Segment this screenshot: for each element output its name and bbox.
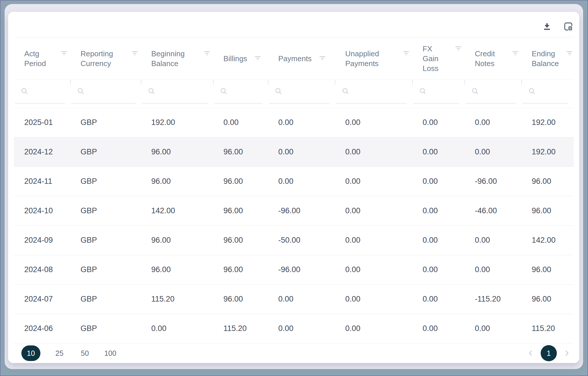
cell-beginning-balance: 96.00	[141, 137, 213, 167]
page-size-10-button[interactable]: 10	[21, 345, 40, 361]
table-row[interactable]: 2024-09 GBP 96.00 96.00 -50.00 0.00 0.00…	[14, 226, 574, 255]
column-header-label: Credit Notes	[475, 49, 505, 68]
cell-credit-notes: 0.00	[464, 226, 521, 255]
search-input-credit-notes[interactable]	[464, 80, 521, 104]
cell-beginning-balance: 96.00	[141, 226, 213, 255]
search-underline	[336, 103, 407, 104]
column-header-fx-gain-loss[interactable]: FX Gain Loss	[412, 38, 464, 80]
cell-reporting-currency: GBP	[70, 137, 141, 167]
filter-icon[interactable]	[319, 56, 326, 61]
cell-reporting-currency: GBP	[70, 108, 141, 137]
cell-unapplied-payments: 0.00	[335, 314, 412, 343]
search-input-unapplied-payments[interactable]	[335, 80, 412, 104]
search-underline	[269, 103, 330, 104]
page-size-50-button[interactable]: 50	[79, 345, 91, 361]
column-header-billings[interactable]: Billings	[213, 38, 268, 80]
cell-actg-period: 2024-09	[14, 226, 70, 255]
table-row[interactable]: 2024-07 GBP 115.20 96.00 0.00 0.00 0.00 …	[14, 285, 574, 314]
balances-table: Actg Period Reporting Currency Beginning…	[14, 37, 574, 343]
cell-beginning-balance: 96.00	[141, 167, 213, 196]
download-button[interactable]	[542, 22, 552, 32]
cell-unapplied-payments: 0.00	[335, 255, 412, 285]
cell-billings: 96.00	[213, 196, 268, 226]
column-header-label: Actg Period	[24, 49, 53, 68]
cell-reporting-currency: GBP	[70, 226, 141, 255]
page-navigator: 1	[526, 345, 571, 361]
filter-icon[interactable]	[455, 46, 462, 51]
cell-billings: 96.00	[213, 137, 268, 167]
current-page-button[interactable]: 1	[541, 345, 557, 361]
search-underline	[142, 103, 208, 104]
table-display-button[interactable]	[563, 22, 574, 32]
search-input-reporting-currency[interactable]	[70, 80, 141, 104]
filter-icon[interactable]	[61, 51, 67, 56]
table-row[interactable]: 2024-12 GBP 96.00 96.00 0.00 0.00 0.00 0…	[14, 137, 574, 167]
search-input-payments[interactable]	[268, 80, 335, 104]
cell-fx-gain-loss: 0.00	[412, 196, 464, 226]
cell-credit-notes: -115.20	[464, 285, 521, 314]
cell-unapplied-payments: 0.00	[335, 108, 412, 137]
table-row[interactable]: 2024-08 GBP 96.00 96.00 -96.00 0.00 0.00…	[14, 255, 574, 285]
search-input-ending-balance[interactable]	[521, 80, 574, 104]
cell-reporting-currency: GBP	[70, 285, 141, 314]
pagination-bar: 10 25 50 100 1	[8, 343, 579, 363]
cell-payments: -50.00	[268, 226, 335, 255]
cell-beginning-balance: 0.00	[141, 314, 213, 343]
filter-icon[interactable]	[204, 51, 210, 56]
search-input-fx-gain-loss[interactable]	[412, 80, 464, 104]
cell-fx-gain-loss: 0.00	[412, 314, 464, 343]
column-header-beginning-balance[interactable]: Beginning Balance	[141, 38, 213, 80]
cell-fx-gain-loss: 0.00	[412, 167, 464, 196]
cell-credit-notes: 0.00	[464, 108, 521, 137]
cell-reporting-currency: GBP	[70, 255, 141, 285]
filter-icon[interactable]	[132, 51, 138, 56]
page-size-100-button[interactable]: 100	[104, 345, 117, 361]
column-header-payments[interactable]: Payments	[268, 38, 335, 80]
table-row[interactable]: 2025-01 GBP 192.00 0.00 0.00 0.00 0.00 0…	[14, 108, 574, 137]
column-header-credit-notes[interactable]: Credit Notes	[464, 38, 521, 80]
cell-ending-balance: 142.00	[521, 226, 574, 255]
cell-ending-balance: 96.00	[521, 167, 574, 196]
cell-credit-notes: 0.00	[464, 314, 521, 343]
cell-unapplied-payments: 0.00	[335, 137, 412, 167]
filter-icon[interactable]	[512, 51, 518, 56]
filter-icon[interactable]	[403, 51, 409, 56]
cell-unapplied-payments: 0.00	[335, 196, 412, 226]
download-icon	[542, 22, 552, 32]
cell-unapplied-payments: 0.00	[335, 285, 412, 314]
column-header-reporting-currency[interactable]: Reporting Currency	[70, 38, 141, 80]
filter-icon[interactable]	[255, 56, 261, 61]
table-search-row	[14, 80, 574, 108]
search-input-actg-period[interactable]	[14, 80, 70, 104]
cell-ending-balance: 96.00	[521, 285, 574, 314]
next-page-button[interactable]	[563, 349, 571, 358]
column-header-actg-period[interactable]: Actg Period	[14, 38, 70, 80]
column-header-ending-balance[interactable]: Ending Balance	[521, 38, 574, 80]
cell-billings: 96.00	[213, 255, 268, 285]
table-display-icon	[563, 22, 574, 32]
cell-ending-balance: 96.00	[521, 196, 574, 226]
table-row[interactable]: 2024-06 GBP 0.00 115.20 0.00 0.00 0.00 0…	[14, 314, 574, 343]
cell-actg-period: 2024-08	[14, 255, 70, 285]
search-underline	[214, 103, 263, 104]
filter-icon[interactable]	[566, 51, 573, 56]
table-row[interactable]: 2024-11 GBP 96.00 96.00 0.00 0.00 0.00 -…	[14, 167, 574, 196]
cell-fx-gain-loss: 0.00	[412, 285, 464, 314]
cell-fx-gain-loss: 0.00	[412, 108, 464, 137]
previous-page-button[interactable]	[526, 349, 535, 358]
cell-billings: 115.20	[213, 314, 268, 343]
column-header-label: Payments	[278, 54, 312, 63]
search-underline	[413, 103, 459, 104]
page-size-25-button[interactable]: 25	[53, 345, 66, 361]
cell-unapplied-payments: 0.00	[335, 226, 412, 255]
search-input-billings[interactable]	[213, 80, 268, 104]
column-header-unapplied-payments[interactable]: Unapplied Payments	[335, 38, 412, 80]
search-input-beginning-balance[interactable]	[141, 80, 213, 104]
search-underline	[15, 103, 65, 104]
cell-ending-balance: 115.20	[521, 314, 574, 343]
table-row[interactable]: 2024-10 GBP 142.00 96.00 -96.00 0.00 0.0…	[14, 196, 574, 226]
cell-ending-balance: 192.00	[521, 137, 574, 167]
cell-beginning-balance: 96.00	[141, 255, 213, 285]
cell-actg-period: 2024-07	[14, 285, 70, 314]
cell-fx-gain-loss: 0.00	[412, 255, 464, 285]
